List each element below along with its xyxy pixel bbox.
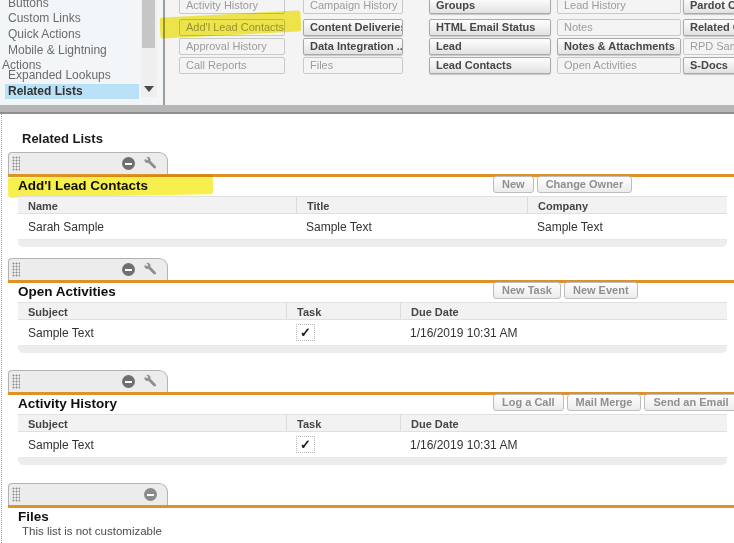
remove-section-button[interactable] bbox=[122, 263, 135, 276]
section-drag-handle[interactable] bbox=[8, 152, 168, 174]
sidebar-item-custom-links[interactable]: Custom Links bbox=[2, 11, 134, 26]
table-header-row: Name Title Company bbox=[18, 196, 727, 214]
palette-item-s-docs[interactable]: S-Docs bbox=[683, 57, 734, 74]
drag-grip-icon bbox=[12, 487, 20, 502]
section-buttons: Log a Call Mail Merge Send an Email Comp… bbox=[493, 394, 734, 411]
cell-due-date: 1/16/2019 10:31 AM bbox=[400, 438, 727, 452]
palette-item-lead-contacts[interactable]: Lead Contacts bbox=[429, 57, 551, 74]
palette-panel: Buttons Custom Links Quick Actions Mobil… bbox=[0, 0, 734, 106]
section-footer-strip bbox=[18, 240, 727, 247]
cell-task: ✓ bbox=[286, 324, 400, 341]
table-header-row: Subject Task Due Date bbox=[18, 414, 727, 432]
cell-name: Sarah Sample bbox=[18, 220, 296, 234]
palette-item-html-email-status[interactable]: HTML Email Status bbox=[429, 19, 551, 36]
edit-section-button[interactable] bbox=[142, 156, 158, 172]
column-header: Task bbox=[286, 303, 400, 319]
palette-column: Lead History Notes Notes & Attachments O… bbox=[557, 0, 681, 105]
palette-item-campaign-history[interactable]: Campaign History bbox=[303, 0, 403, 14]
palette-item-content-deliveries[interactable]: Content Deliveries bbox=[303, 19, 403, 36]
related-list-table: Subject Task Due Date Sample Text ✓ 1/16… bbox=[18, 414, 727, 465]
new-task-button[interactable]: New Task bbox=[493, 282, 561, 299]
drag-grip-icon bbox=[12, 262, 20, 277]
palette-item-groups[interactable]: Groups bbox=[429, 0, 551, 14]
remove-section-button[interactable] bbox=[122, 157, 135, 170]
palette-column: Pardot Cate Related Co RPD Samp S-Docs bbox=[683, 0, 734, 105]
palette-item-lead-history[interactable]: Lead History bbox=[557, 0, 681, 14]
column-header: Title bbox=[296, 197, 527, 213]
palette-item-open-activities[interactable]: Open Activities bbox=[557, 57, 681, 74]
checkmark-icon: ✓ bbox=[296, 436, 315, 453]
change-owner-button[interactable]: Change Owner bbox=[537, 176, 633, 193]
send-an-email-button[interactable]: Send an Email bbox=[644, 394, 734, 411]
section-title: Files bbox=[18, 509, 49, 524]
palette-item-lead[interactable]: Lead bbox=[429, 38, 551, 55]
sidebar-item-expanded-lookups[interactable]: Expanded Lookups bbox=[2, 68, 134, 83]
scrollbar-down-arrow-icon[interactable] bbox=[144, 86, 154, 92]
section-footer-strip bbox=[18, 458, 727, 465]
canvas-dotted-border bbox=[1, 114, 2, 543]
section-title: Activity History bbox=[18, 396, 117, 411]
palette-item-call-reports[interactable]: Call Reports bbox=[179, 57, 285, 74]
section-footer-strip bbox=[18, 346, 727, 353]
palette-item-approval-history[interactable]: Approval History bbox=[179, 38, 285, 55]
cell-subject: Sample Text bbox=[18, 438, 286, 452]
checkmark-icon: ✓ bbox=[296, 324, 315, 341]
palette-category-list: Buttons Custom Links Quick Actions Mobil… bbox=[0, 0, 163, 105]
section-accent-rule bbox=[8, 505, 734, 508]
section-drag-handle[interactable] bbox=[8, 370, 168, 392]
layout-editor-screen: Buttons Custom Links Quick Actions Mobil… bbox=[0, 0, 734, 543]
section-drag-handle[interactable] bbox=[8, 258, 168, 280]
related-list-table: Subject Task Due Date Sample Text ✓ 1/16… bbox=[18, 302, 727, 353]
palette-item-files[interactable]: Files bbox=[303, 57, 403, 74]
palette-item-rpd-samp[interactable]: RPD Samp bbox=[683, 38, 734, 55]
palette-item-notes[interactable]: Notes bbox=[557, 19, 681, 36]
sidebar-item-buttons[interactable]: Buttons bbox=[2, 0, 134, 11]
column-header: Subject bbox=[18, 303, 286, 319]
cell-subject: Sample Text bbox=[18, 326, 286, 340]
column-header: Due Date bbox=[400, 415, 727, 431]
canvas-heading: Related Lists bbox=[22, 131, 103, 146]
table-row: Sample Text ✓ 1/16/2019 10:31 AM bbox=[18, 432, 727, 458]
section-buttons: New Change Owner bbox=[493, 176, 632, 193]
column-header: Task bbox=[286, 415, 400, 431]
palette-item-notes-attachments[interactable]: Notes & Attachments bbox=[557, 38, 681, 55]
remove-section-button[interactable] bbox=[144, 488, 157, 501]
palette-item-data-integration[interactable]: Data Integration ... bbox=[303, 38, 403, 55]
column-header: Company bbox=[527, 197, 727, 213]
edit-section-button[interactable] bbox=[142, 374, 158, 390]
table-row: Sarah Sample Sample Text Sample Text bbox=[18, 214, 727, 240]
section-note: This list is not customizable bbox=[22, 525, 162, 537]
panel-bottom-bar bbox=[0, 105, 734, 112]
remove-section-button[interactable] bbox=[122, 375, 135, 388]
cell-task: ✓ bbox=[286, 436, 400, 453]
column-header: Name bbox=[18, 197, 296, 213]
new-event-button[interactable]: New Event bbox=[564, 282, 638, 299]
section-drag-handle[interactable] bbox=[8, 483, 168, 505]
sidebar-item-related-lists[interactable]: Related Lists bbox=[5, 84, 139, 99]
new-button[interactable]: New bbox=[493, 176, 534, 193]
related-list-table: Name Title Company Sarah Sample Sample T… bbox=[18, 196, 727, 247]
sidebar-scrollbar[interactable] bbox=[141, 0, 157, 97]
mail-merge-button[interactable]: Mail Merge bbox=[567, 394, 642, 411]
palette-item-pardot[interactable]: Pardot Cate bbox=[683, 0, 734, 14]
drag-grip-icon bbox=[12, 156, 20, 171]
scrollbar-thumb[interactable] bbox=[142, 0, 155, 48]
table-row: Sample Text ✓ 1/16/2019 10:31 AM bbox=[18, 320, 727, 346]
palette-item-related-co[interactable]: Related Co bbox=[683, 19, 734, 36]
drag-grip-icon bbox=[12, 374, 20, 389]
panel-bottom-bar-edge bbox=[0, 112, 734, 114]
highlight-marker bbox=[8, 174, 213, 198]
palette-column: Groups HTML Email Status Lead Lead Conta… bbox=[429, 0, 551, 105]
log-a-call-button[interactable]: Log a Call bbox=[493, 394, 564, 411]
panel-divider bbox=[163, 0, 165, 105]
cell-title: Sample Text bbox=[296, 220, 527, 234]
column-header: Due Date bbox=[400, 303, 727, 319]
palette-column: Campaign History Content Deliveries Data… bbox=[303, 0, 403, 105]
column-header: Subject bbox=[18, 415, 286, 431]
cell-due-date: 1/16/2019 10:31 AM bbox=[400, 326, 727, 340]
table-header-row: Subject Task Due Date bbox=[18, 302, 727, 320]
sidebar-item-quick-actions[interactable]: Quick Actions bbox=[2, 27, 134, 42]
edit-section-button[interactable] bbox=[142, 262, 158, 278]
section-title: Open Activities bbox=[18, 284, 116, 299]
section-buttons: New Task New Event bbox=[493, 282, 638, 299]
